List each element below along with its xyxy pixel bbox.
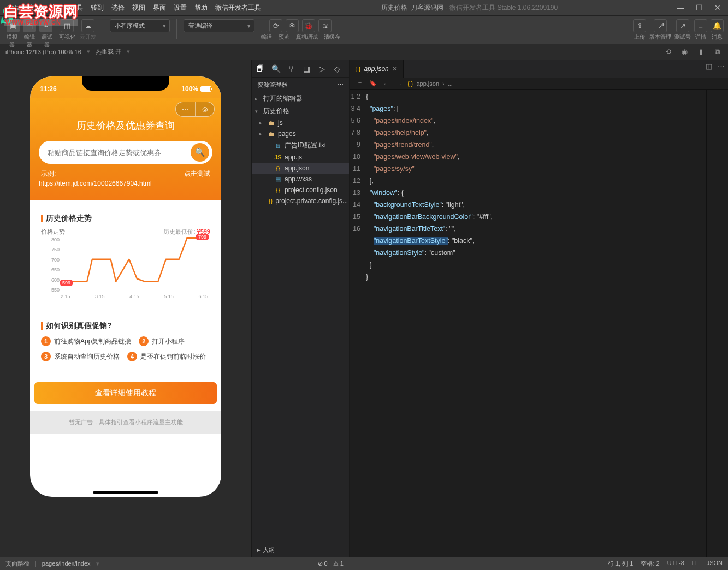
status-position[interactable]: 行 1, 列 1	[608, 560, 633, 568]
bc-menu-icon[interactable]: ≡	[355, 80, 365, 87]
explorer-tab-icon[interactable]: 🗐	[255, 63, 266, 74]
folder-pages[interactable]: ▸🖿pages	[252, 128, 349, 139]
open-editors-section[interactable]: ▸打开的编辑器	[252, 92, 349, 105]
test-link[interactable]: 点击测试	[184, 169, 210, 179]
status-warnings[interactable]: ⚠ 1	[333, 560, 344, 567]
debug-tab-icon[interactable]: ▷	[316, 63, 327, 74]
menu-settings[interactable]: 设置	[170, 2, 190, 14]
folder-js[interactable]: ▸🖿js	[252, 117, 349, 128]
chart-low-badge: 599	[60, 280, 73, 286]
outline-section[interactable]: ▸大纲	[252, 543, 349, 557]
cloud-dev-toggle[interactable]: ☁	[81, 19, 94, 32]
upload-button[interactable]: ⇪	[633, 19, 646, 32]
file-project-config[interactable]: {}project.config.json	[252, 185, 349, 195]
editor-more-icon[interactable]: ⋯	[718, 62, 725, 70]
compile-dropdown[interactable]: 普通编译	[184, 19, 254, 32]
split-editor-icon[interactable]: ◫	[706, 62, 712, 70]
messages-button[interactable]: 🔔	[711, 19, 724, 32]
toolbar: ▣ ▤ ⌁ 模拟器 编辑器 调试器 ◫ 可视化 ☁ 云开发 小程序模式 普通编译…	[0, 15, 728, 44]
window-title: 历史价格_刀客源码网 - 微信开发者工具 Stable 1.06.2209190	[264, 3, 674, 13]
minimize-button[interactable]: —	[674, 3, 686, 12]
capsule-menu-icon[interactable]: ⋯	[176, 102, 196, 116]
menu-help[interactable]: 帮助	[191, 2, 211, 14]
more-tab-icon[interactable]: ◇	[332, 63, 342, 74]
app-title: 历史价格及优惠券查询	[39, 119, 212, 132]
minimap[interactable]	[706, 90, 728, 557]
bc-back-icon[interactable]: ←	[381, 80, 391, 87]
capsule-close-icon[interactable]: ◎	[196, 102, 215, 116]
menu-ui[interactable]: 界面	[150, 2, 169, 14]
ext-tab-icon[interactable]: ▦	[301, 63, 312, 74]
preview-button[interactable]: 👁	[286, 19, 299, 32]
menu-view[interactable]: 视图	[129, 2, 149, 14]
details-button[interactable]: ≡	[694, 19, 707, 32]
git-tab-icon[interactable]: ⑂	[286, 63, 297, 74]
editor-toggle[interactable]: ▤	[23, 19, 36, 32]
compile-button[interactable]: ⟳	[269, 19, 282, 32]
page-path-label: 页面路径	[5, 560, 29, 568]
chart-high-badge: 799	[196, 234, 209, 240]
steps-title: 如何识别真假促销?	[41, 321, 210, 331]
file-app-json[interactable]: {}app.json	[252, 163, 349, 174]
close-tab-icon[interactable]: ✕	[392, 65, 398, 73]
remote-debug-button[interactable]: 🐞	[302, 19, 315, 32]
example-label: 示例:	[41, 169, 56, 179]
status-bar: 页面路径 | pages/index/index▾ ⊘ 0 ⚠ 1 行 1, 列…	[0, 557, 728, 570]
search-box: 🔍	[39, 141, 212, 164]
phone-time: 11:26	[40, 85, 57, 93]
search-input[interactable]	[48, 149, 191, 157]
ad-placeholder: 暂无广告，具体指引查看小程序流量主功能	[30, 411, 221, 434]
explorer-more-icon[interactable]: ⋯	[338, 81, 344, 88]
file-app-wxss[interactable]: ▤app.wxss	[252, 174, 349, 185]
debugger-toggle[interactable]: ⌁	[39, 19, 52, 32]
main-menu: 项目 文件 编辑 工具 转到 选择 视图 界面 设置 帮助 微信开发者工具	[4, 2, 264, 14]
tutorial-button[interactable]: 查看详细使用教程	[34, 382, 217, 404]
editor-breadcrumb[interactable]: ≡ 🔖 ← → { } app.json›...	[350, 78, 728, 90]
hot-reload-toggle[interactable]: 热重载 开	[96, 48, 121, 56]
status-encoding[interactable]: UTF-8	[667, 560, 684, 568]
simulator-pane: 11:26 100% ⋯ ◎ 历史价格及优惠券查询 🔍 示例:	[0, 60, 251, 557]
project-section[interactable]: ▾历史价格	[252, 105, 349, 117]
status-lang[interactable]: JSON	[707, 560, 723, 568]
refresh-icon[interactable]: ⟲	[662, 46, 673, 57]
battery-icon	[200, 86, 211, 92]
menu-edit[interactable]: 编辑	[46, 2, 66, 14]
status-eol[interactable]: LF	[692, 560, 699, 568]
price-chart: 800 750 700 650 600 550 599	[41, 237, 210, 302]
menu-select[interactable]: 选择	[108, 2, 128, 14]
version-button[interactable]: ⎇	[654, 19, 667, 32]
title-bar: 项目 文件 编辑 工具 转到 选择 视图 界面 设置 帮助 微信开发者工具 历史…	[0, 0, 728, 15]
bc-bookmark-icon[interactable]: 🔖	[368, 80, 378, 87]
status-spaces[interactable]: 空格: 2	[641, 560, 659, 568]
file-ad-txt[interactable]: 🗎广告ID配置.txt	[252, 139, 349, 152]
editor-tab-app-json[interactable]: { } app.json ✕	[350, 60, 404, 78]
file-app-js[interactable]: JSapp.js	[252, 152, 349, 163]
test-account-button[interactable]: ↗	[676, 19, 689, 32]
device-icon[interactable]: ▮	[695, 46, 706, 57]
device-selector[interactable]: iPhone 12/13 (Pro) 100% 16	[5, 49, 81, 55]
menu-wxdevtools[interactable]: 微信开发者工具	[212, 2, 264, 14]
phone-frame: 11:26 100% ⋯ ◎ 历史价格及优惠券查询 🔍 示例:	[30, 76, 221, 497]
bc-forward-icon[interactable]: →	[394, 80, 404, 87]
clear-cache-button[interactable]: ≋	[318, 19, 332, 32]
search-tab-icon[interactable]: 🔍	[270, 63, 281, 74]
menu-goto[interactable]: 转到	[87, 2, 107, 14]
close-button[interactable]: ✕	[712, 3, 724, 12]
search-button[interactable]: 🔍	[191, 143, 209, 162]
maximize-button[interactable]: ☐	[693, 3, 705, 12]
expand-icon[interactable]: ⧉	[712, 46, 723, 57]
menu-file[interactable]: 文件	[25, 2, 45, 14]
page-path[interactable]: pages/index/index	[42, 560, 91, 567]
code-area[interactable]: { "pages": [ "pages/index/index", "pages…	[366, 90, 706, 557]
editor-pane: { } app.json ✕ ◫ ⋯ ≡ 🔖 ← → { } app.json›…	[350, 60, 728, 557]
window-controls: — ☐ ✕	[674, 3, 724, 12]
trend-label: 价格走势	[41, 228, 65, 236]
record-icon[interactable]: ◉	[679, 46, 690, 57]
file-project-private[interactable]: {}project.private.config.js...	[252, 195, 349, 206]
menu-tools[interactable]: 工具	[67, 2, 86, 14]
watermark-logo: 𝑺	[1, 1, 14, 29]
mini-program-capsule[interactable]: ⋯ ◎	[175, 102, 215, 117]
visual-toggle[interactable]: ◫	[61, 19, 74, 32]
mode-dropdown[interactable]: 小程序模式	[110, 19, 170, 32]
status-errors[interactable]: ⊘ 0	[318, 560, 328, 567]
